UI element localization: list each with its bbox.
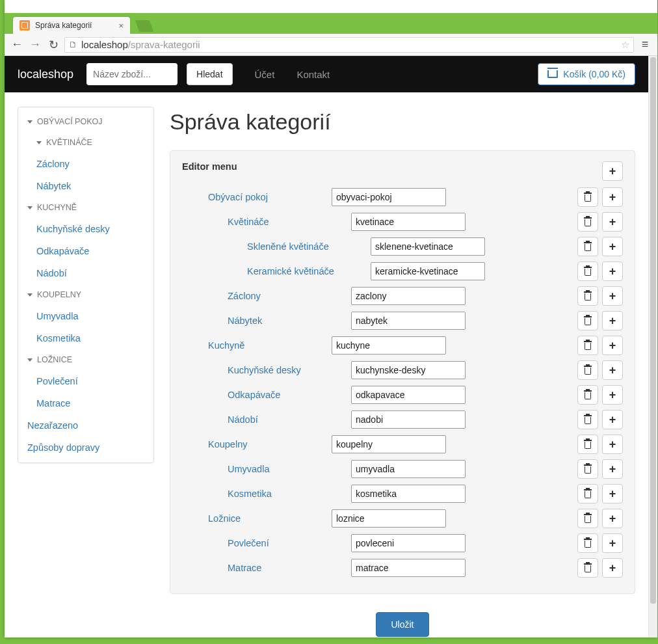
sidebar-link[interactable]: Nábytek	[18, 175, 153, 197]
forward-button[interactable]: →	[28, 38, 42, 51]
delete-button[interactable]	[577, 237, 598, 256]
delete-button[interactable]	[577, 286, 598, 306]
slug-input[interactable]	[351, 559, 466, 577]
address-bar[interactable]: 🗋 localeshop/sprava-kategorii ☆	[64, 37, 634, 53]
delete-button[interactable]	[577, 360, 598, 380]
sidebar-link[interactable]: Nezařazeno	[18, 414, 153, 436]
delete-button[interactable]	[577, 385, 598, 405]
category-label[interactable]: Keramické květináče	[182, 266, 371, 276]
category-label[interactable]: Záclony	[182, 291, 351, 301]
add-child-button[interactable]: +	[602, 533, 623, 553]
add-child-button[interactable]: +	[602, 262, 623, 281]
delete-button[interactable]	[577, 212, 598, 232]
delete-button[interactable]	[577, 533, 598, 553]
sidebar-link[interactable]: Odkapávače	[18, 240, 153, 262]
sidebar-link[interactable]: Způsoby dopravy	[18, 436, 153, 459]
add-child-button[interactable]: +	[602, 360, 623, 380]
nav-account[interactable]: Účet	[255, 69, 275, 80]
sidebar-link[interactable]: Povlečení	[18, 370, 153, 392]
new-tab-button[interactable]	[135, 20, 154, 32]
category-label[interactable]: Odkapávače	[182, 390, 351, 400]
sidebar-link[interactable]: Kuchyňské desky	[18, 218, 153, 240]
cart-button[interactable]: Košík (0,00 Kč)	[538, 63, 635, 85]
category-label[interactable]: Povlečení	[182, 538, 351, 548]
category-label[interactable]: Kuchyně	[182, 340, 332, 351]
delete-button[interactable]	[577, 509, 598, 528]
delete-button[interactable]	[577, 484, 598, 503]
slug-input[interactable]	[351, 361, 466, 379]
add-child-button[interactable]: +	[602, 311, 623, 330]
category-label[interactable]: Kosmetika	[182, 489, 351, 499]
sidebar-section-title[interactable]: KUCHYNĚ	[18, 197, 153, 218]
slug-input[interactable]	[332, 435, 446, 453]
add-child-button[interactable]: +	[602, 484, 623, 503]
add-child-button[interactable]: +	[602, 212, 623, 232]
add-child-button[interactable]: +	[602, 187, 623, 207]
sidebar-link[interactable]: Nádobí	[18, 262, 153, 284]
slug-input[interactable]	[351, 485, 466, 503]
add-child-button[interactable]: +	[602, 336, 623, 355]
add-child-button[interactable]: +	[602, 459, 623, 479]
reload-button[interactable]: ↻	[46, 38, 60, 52]
browser-menu-button[interactable]: ≡	[638, 38, 652, 51]
slug-input[interactable]	[351, 460, 466, 478]
category-label[interactable]: Ložnice	[182, 513, 332, 524]
delete-button[interactable]	[577, 410, 598, 429]
sidebar-link[interactable]: Záclony	[18, 153, 153, 175]
back-button[interactable]: ←	[10, 38, 24, 51]
delete-button[interactable]	[577, 262, 598, 281]
sidebar-section-title[interactable]: LOŽNICE	[18, 349, 153, 370]
slug-input[interactable]	[332, 188, 446, 206]
scrollbar-thumb[interactable]	[650, 57, 656, 604]
browser-tab[interactable]: Správa kategorií ×	[13, 17, 130, 34]
category-label[interactable]: Obývací pokoj	[182, 192, 332, 202]
sidebar-link[interactable]: Umyvadla	[18, 305, 153, 327]
delete-button[interactable]	[577, 435, 598, 454]
category-label[interactable]: Koupelny	[182, 439, 332, 449]
add-root-button[interactable]: +	[602, 161, 623, 181]
search-input[interactable]	[86, 63, 178, 85]
slug-input[interactable]	[351, 312, 466, 330]
save-button[interactable]: Uložit	[376, 612, 428, 637]
sidebar-link[interactable]: Matrace	[18, 392, 153, 414]
tab-close-icon[interactable]: ×	[118, 21, 124, 31]
delete-button[interactable]	[577, 558, 598, 578]
slug-input[interactable]	[351, 386, 466, 404]
category-label[interactable]: Skleněné květináče	[182, 241, 371, 252]
sidebar-section-title[interactable]: OBÝVACÍ POKOJ	[18, 111, 153, 132]
add-child-button[interactable]: +	[602, 435, 623, 454]
add-child-button[interactable]: +	[602, 286, 623, 306]
nav-contact[interactable]: Kontakt	[296, 69, 330, 80]
category-label[interactable]: Umyvadla	[182, 464, 351, 474]
vertical-scrollbar[interactable]	[648, 56, 657, 637]
delete-button[interactable]	[577, 311, 598, 330]
slug-input[interactable]	[371, 262, 485, 280]
delete-button[interactable]	[577, 336, 598, 355]
sidebar-subsection-title[interactable]: KVĚTINÁČE	[18, 132, 153, 153]
add-child-button[interactable]: +	[602, 237, 623, 256]
editor-row: Povlečení+	[182, 531, 623, 556]
brand[interactable]: localeshop	[18, 68, 73, 81]
delete-button[interactable]	[577, 459, 598, 479]
slug-input[interactable]	[351, 287, 466, 305]
slug-input[interactable]	[371, 237, 485, 256]
category-label[interactable]: Nádobí	[182, 414, 351, 425]
search-button[interactable]: Hledat	[187, 63, 232, 85]
slug-input[interactable]	[351, 213, 466, 231]
sidebar-section-title[interactable]: KOUPELNY	[18, 284, 153, 305]
bookmark-star-icon[interactable]: ☆	[621, 39, 629, 51]
category-label[interactable]: Nábytek	[182, 315, 351, 326]
add-child-button[interactable]: +	[602, 385, 623, 405]
slug-input[interactable]	[332, 509, 446, 528]
slug-input[interactable]	[351, 534, 466, 552]
add-child-button[interactable]: +	[602, 558, 623, 578]
slug-input[interactable]	[351, 410, 466, 429]
category-label[interactable]: Matrace	[182, 563, 351, 573]
add-child-button[interactable]: +	[602, 509, 623, 528]
slug-input[interactable]	[332, 336, 446, 355]
sidebar-link[interactable]: Kosmetika	[18, 327, 153, 349]
add-child-button[interactable]: +	[602, 410, 623, 429]
category-label[interactable]: Květináče	[182, 217, 351, 227]
delete-button[interactable]	[577, 187, 598, 207]
category-label[interactable]: Kuchyňské desky	[182, 365, 351, 375]
